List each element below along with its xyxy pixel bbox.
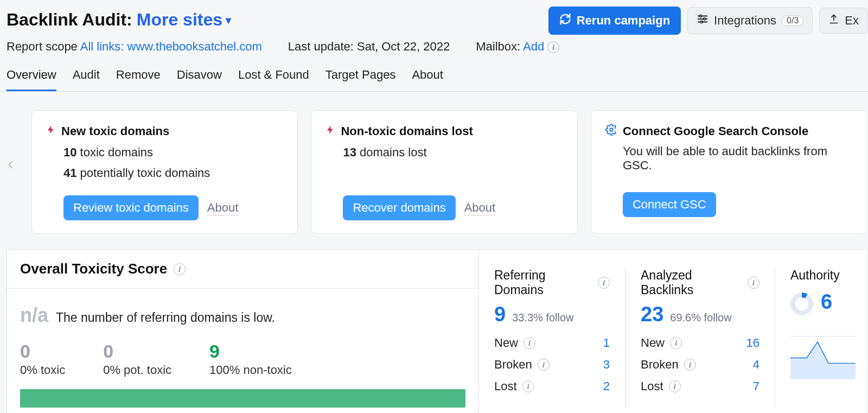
stat-row-value[interactable]: 3: [603, 358, 610, 372]
stat-row: Brokeni4: [641, 358, 760, 372]
stat-row-label: Brokeni: [494, 358, 550, 372]
chevron-left-icon[interactable]: ‹: [8, 153, 14, 174]
stat-row-value[interactable]: 7: [753, 379, 760, 393]
count-label: 100% non-toxic: [209, 363, 292, 377]
svg-point-4: [704, 18, 706, 20]
backlinks-title: Analyzed Backlinks: [641, 268, 742, 297]
cards-row: ‹ New toxic domains 10 toxic domains 41 …: [0, 92, 868, 234]
toxicity-body: n/a The number of referring domains is l…: [7, 289, 478, 413]
card-connect-gsc: Connect Google Search Console You will b…: [591, 110, 868, 234]
info-icon[interactable]: i: [669, 380, 681, 392]
stat-row-label: Losti: [641, 379, 681, 393]
text: toxic domains: [76, 145, 153, 159]
sliders-icon: [697, 13, 709, 28]
authority-col: Authority 6: [775, 268, 867, 409]
ref-domains-title: Referring Domains: [494, 268, 592, 297]
rerun-campaign-button[interactable]: Rerun campaign: [548, 7, 681, 35]
card-actions: Review toxic domains About: [46, 195, 283, 220]
backlinks-value[interactable]: 23: [641, 303, 663, 326]
about-link[interactable]: About: [207, 201, 239, 215]
card-new-toxic-domains: New toxic domains 10 toxic domains 41 po…: [31, 110, 298, 234]
panel-title: Overall Toxicity Score i: [7, 250, 478, 289]
refresh-icon: [559, 13, 571, 28]
bolt-icon: [326, 124, 335, 139]
review-toxic-button[interactable]: Review toxic domains: [63, 195, 199, 220]
site-selector-link[interactable]: More sites ▾: [137, 10, 231, 30]
last-update: Last update: Sat, Oct 22, 2022: [288, 40, 450, 54]
ref-domains-big: 9 33.3% follow: [494, 303, 610, 326]
stat-head: Referring Domains i: [494, 268, 610, 297]
authority-title: Authority: [790, 268, 840, 283]
toxicity-bar: [20, 389, 465, 408]
tab-overview[interactable]: Overview: [7, 68, 56, 91]
value: 10: [63, 145, 76, 159]
stat-row-label: Losti: [494, 379, 534, 393]
toxicity-title: Overall Toxicity Score: [20, 260, 167, 277]
analyzed-backlinks-col: Analyzed Backlinks i 23 69.6% follow New…: [626, 268, 775, 409]
card-desc: You will be able to audit backlinks from…: [605, 144, 853, 173]
card-line: 13 domains lost: [326, 145, 563, 160]
connect-gsc-button[interactable]: Connect GSC: [623, 192, 716, 217]
stat-row: Losti7: [641, 379, 760, 393]
card-actions: Connect GSC: [605, 192, 853, 217]
card-title: Connect Google Search Console: [623, 124, 808, 138]
backlinks-list: Newi16Brokeni4Losti7: [641, 336, 760, 393]
stat-row-value[interactable]: 1: [603, 336, 610, 350]
info-icon[interactable]: i: [547, 41, 559, 53]
info-icon[interactable]: i: [174, 263, 186, 275]
card-nontoxic-lost: Non-toxic domains lost 13 domains lost R…: [311, 110, 577, 234]
label: New: [641, 336, 665, 350]
mailbox-add-link[interactable]: Add: [523, 40, 544, 53]
stat-row-value[interactable]: 4: [753, 358, 760, 372]
card-title: New toxic domains: [61, 124, 169, 138]
recover-domains-button[interactable]: Recover domains: [343, 195, 455, 220]
ref-domains-sub: 33.3% follow: [512, 312, 573, 324]
gear-icon: [605, 124, 617, 139]
about-link[interactable]: About: [464, 201, 496, 215]
header-actions: Rerun campaign Integrations 0/3 Ex: [548, 7, 868, 35]
stat-row: Brokeni3: [494, 358, 610, 372]
tab-about[interactable]: About: [412, 68, 443, 91]
overall-toxicity-panel: Overall Toxicity Score i n/a The number …: [7, 249, 478, 413]
info-icon[interactable]: i: [522, 380, 534, 392]
info-icon[interactable]: i: [748, 277, 760, 289]
stat-head: Authority: [790, 268, 852, 283]
bolt-icon: [46, 124, 56, 139]
na-value: n/a: [20, 304, 48, 327]
integrations-label: Integrations: [714, 14, 776, 28]
ref-domains-value[interactable]: 9: [494, 303, 506, 326]
stat-row-label: Brokeni: [641, 358, 696, 372]
info-icon[interactable]: i: [538, 359, 550, 371]
integrations-button[interactable]: Integrations 0/3: [687, 7, 813, 34]
ref-domains-list: Newi1Brokeni3Losti2: [494, 336, 610, 393]
info-icon[interactable]: i: [524, 337, 535, 349]
report-scope-link[interactable]: All links: www.thebooksatchel.com: [80, 40, 262, 53]
card-head: Connect Google Search Console: [605, 124, 853, 139]
count-label: 0% pot. toxic: [103, 363, 171, 377]
tab-audit[interactable]: Audit: [73, 68, 100, 91]
count-value: 0: [103, 341, 171, 362]
stat-row-label: Newi: [641, 336, 682, 350]
tab-disavow[interactable]: Disavow: [177, 68, 222, 91]
info-icon[interactable]: i: [598, 277, 610, 289]
info-icon[interactable]: i: [684, 359, 696, 371]
stat-row-value[interactable]: 16: [746, 336, 759, 350]
backlinks-big: 23 69.6% follow: [641, 303, 760, 326]
sparkline: [790, 336, 856, 379]
svg-point-3: [700, 15, 702, 17]
tab-lost-found[interactable]: Lost & Found: [238, 68, 309, 91]
authority-value[interactable]: 6: [821, 290, 832, 314]
panel-row: Overall Toxicity Score i n/a The number …: [0, 249, 868, 413]
info-icon[interactable]: i: [670, 337, 682, 349]
donut-icon: [790, 293, 813, 315]
tab-remove[interactable]: Remove: [116, 68, 161, 91]
header: Backlink Audit: More sites ▾ Rerun campa…: [0, 0, 868, 30]
export-button[interactable]: Ex: [819, 8, 868, 34]
stat-row: Newi16: [641, 336, 760, 350]
authority-row: 6: [790, 288, 852, 315]
stat-row-value[interactable]: 2: [603, 379, 610, 393]
na-text: The number of referring domains is low.: [56, 310, 275, 325]
tab-target-pages[interactable]: Target Pages: [326, 68, 396, 91]
card-line: 41 potentially toxic domains: [46, 166, 283, 180]
toxicity-count: 9100% non-toxic: [209, 341, 292, 377]
